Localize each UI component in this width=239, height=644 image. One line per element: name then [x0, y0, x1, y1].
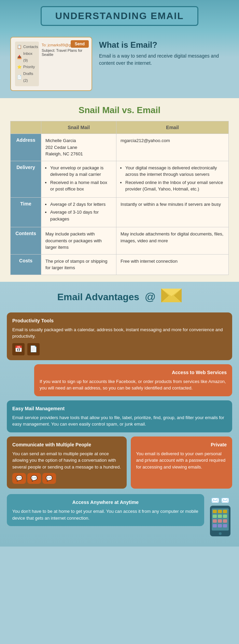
priority-item: ⭐ Priority: [17, 64, 37, 71]
anywhere-card: Access Anywhere at Anytime You don't hav…: [7, 494, 204, 526]
chat-bubble-icon: 💬: [12, 473, 26, 484]
private-title: Private: [136, 441, 227, 448]
phone-with-mail: ✉️ ✉️: [208, 493, 232, 536]
advantages-header: Email Advantages @: [7, 289, 232, 306]
chat-icons: 💬 💬 💬: [12, 473, 121, 484]
snail-address: Michelle Garcia202 Cedar LaneRaleigh, NC…: [41, 134, 116, 161]
mockup-sidebar: 📋 Contacts 📥 Inbox (9) ⭐ Priority 📄 Draf…: [15, 42, 39, 86]
what-is-email-section: Send 📋 Contacts 📥 Inbox (9) ⭐ Priority 📄…: [0, 30, 239, 98]
col-header-snail: Snail Mail: [41, 121, 116, 134]
snail-delivery-item: Your envelop or package is delivered by …: [50, 165, 112, 178]
email-delivery: Your digital message is delivered electr…: [116, 161, 229, 197]
svg-rect-15: [213, 519, 217, 523]
snail-delivery-item: Received in a home mail box or post offi…: [50, 179, 112, 193]
advantages-section: Email Advantages @ Productivity Tools Em…: [0, 282, 239, 547]
chat-bubble-icon: 💬: [42, 473, 56, 484]
what-description: Email is a way to send and receive digit…: [99, 52, 229, 67]
svg-rect-11: [223, 510, 227, 513]
snail-delivery: Your envelop or package is delivered by …: [41, 161, 116, 197]
web-services-card: Access to Web Services If you want to si…: [34, 364, 232, 396]
communicate-private-row: Communicate with Multiple People You can…: [7, 436, 232, 489]
label-address: Address: [11, 134, 41, 161]
svg-rect-20: [223, 524, 227, 527]
page-title: UNDERSTANDING EMAIL: [55, 11, 184, 21]
svg-rect-19: [218, 524, 222, 527]
svg-rect-10: [218, 510, 222, 513]
inbox-item: 📥 Inbox (9): [17, 50, 37, 64]
svg-rect-17: [223, 519, 227, 523]
subject-line: Subject: Travel Plans for Seattle: [42, 48, 87, 57]
email-time: Instantly or within a few minutes if ser…: [116, 197, 229, 227]
email-delivery-item: Your digital message is delivered electr…: [125, 165, 224, 178]
snail-time-item: Average of 2 days for letters: [50, 201, 112, 208]
svg-rect-12: [213, 515, 217, 518]
anywhere-text: You don't have to be at home to get your…: [12, 508, 199, 521]
email-contents: May include attachments for digital docu…: [116, 227, 229, 255]
at-icon: @: [145, 291, 156, 303]
table-row: Delivery Your envelop or package is deli…: [11, 161, 229, 197]
drafts-item: 📄 Drafts (2): [17, 71, 37, 84]
calendar-icon: 📅: [12, 343, 25, 355]
header-section: UNDERSTANDING EMAIL: [0, 0, 239, 30]
communicate-card: Communicate with Multiple People You can…: [7, 436, 127, 489]
comparison-table: Snail Mail Email Address Michelle Garcia…: [10, 121, 229, 275]
snail-heading: Snail Mail vs. Email: [10, 105, 229, 116]
mail-management-card: Easy Mail Management Email service provi…: [7, 400, 232, 432]
col-header-empty: [11, 121, 41, 134]
svg-point-8: [219, 532, 222, 535]
communicate-title: Communicate with Multiple People: [12, 441, 121, 448]
productivity-text: Email is usually packaged with a calenda…: [12, 326, 227, 340]
svg-rect-14: [223, 515, 227, 518]
what-right: What is Email? Email is a way to send an…: [99, 37, 229, 67]
label-contents: Contents: [11, 227, 41, 255]
mail-management-text: Email service providers have tools that …: [12, 414, 227, 428]
label-time: Time: [11, 197, 41, 227]
email-costs: Free with internet connection: [116, 254, 229, 275]
snail-time-item: Average of 3-10 days for packages: [50, 209, 112, 222]
email-mockup: Send 📋 Contacts 📥 Inbox (9) ⭐ Priority 📄…: [10, 37, 92, 91]
private-card: Private You email is delivered to your o…: [131, 436, 232, 489]
snail-time: Average of 2 days for letters Average of…: [41, 197, 116, 227]
chat-bubble-icon: 💬: [27, 473, 41, 484]
mail-icon: ✉️: [211, 496, 220, 504]
table-row: Address Michelle Garcia202 Cedar LaneRal…: [11, 134, 229, 161]
table-row: Costs The price of stamps or shipping fo…: [11, 254, 229, 275]
anywhere-title: Access Anywhere at Anytime: [12, 499, 199, 506]
mail-icons-row: ✉️ ✉️: [211, 496, 229, 504]
web-services-title: Access to Web Services: [40, 369, 227, 376]
what-heading: What is Email?: [99, 40, 229, 50]
productivity-title: Productivity Tools: [12, 317, 227, 324]
snail-contents: May include packets with documents or pa…: [41, 227, 116, 255]
snail-costs: The price of stamps or shipping for larg…: [41, 254, 116, 275]
table-row: Time Average of 2 days for letters Avera…: [11, 197, 229, 227]
svg-rect-18: [213, 524, 217, 527]
productivity-icons: 📅 📄: [12, 343, 227, 355]
label-delivery: Delivery: [11, 161, 41, 197]
svg-rect-16: [218, 519, 222, 523]
communicate-text: You can send an email to multiple people…: [12, 450, 121, 471]
productivity-card: Productivity Tools Email is usually pack…: [7, 312, 232, 360]
mail-icon: ✉️: [221, 496, 229, 504]
email-address: mgarcia212@yahoo.com: [116, 134, 229, 161]
label-costs: Costs: [11, 254, 41, 275]
mail-management-title: Easy Mail Management: [12, 405, 227, 412]
web-services-text: If you want to sign up for accounts like…: [40, 378, 227, 392]
title-box: UNDERSTANDING EMAIL: [41, 6, 199, 26]
col-header-email: Email: [116, 121, 229, 134]
document-icon: 📄: [27, 343, 40, 355]
envelope-icon: [161, 289, 182, 306]
anywhere-row: Access Anywhere at Anytime You don't hav…: [7, 493, 232, 536]
snail-section: Snail Mail vs. Email Snail Mail Email Ad…: [0, 98, 239, 282]
send-button-mock: Send: [71, 40, 89, 48]
svg-rect-9: [213, 510, 217, 513]
email-delivery-item: Received online in the Inbox of your ema…: [125, 179, 224, 193]
private-text: You email is delivered to your own perso…: [136, 450, 227, 471]
phone-icon: [208, 506, 232, 536]
table-row: Contents May include packets with docume…: [11, 227, 229, 255]
contacts-item: 📋 Contacts: [17, 44, 37, 50]
svg-rect-13: [218, 515, 222, 518]
advantages-heading: Email Advantages: [57, 292, 139, 303]
